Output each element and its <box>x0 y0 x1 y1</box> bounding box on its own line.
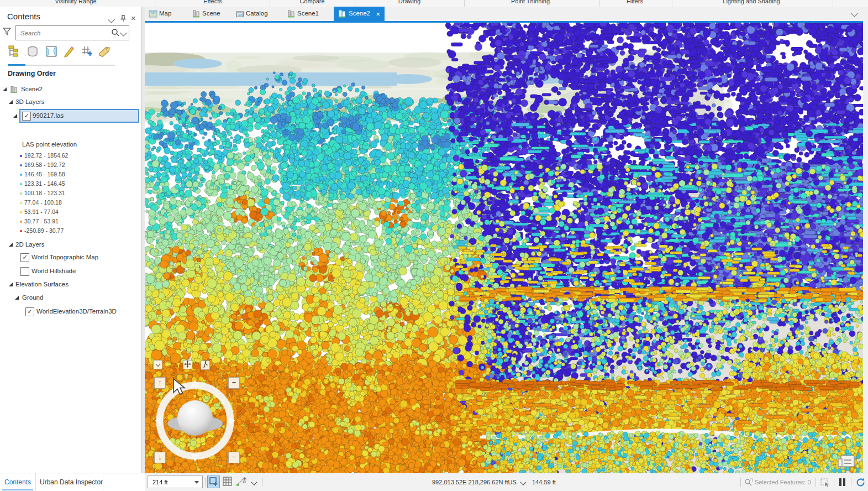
panel-close-icon[interactable]: × <box>131 14 140 23</box>
drawing-order-heading: Drawing Order <box>8 70 56 77</box>
tree-item-ground[interactable]: Ground <box>22 294 43 301</box>
navigator-ring[interactable] <box>152 378 238 464</box>
select-tool-icon[interactable] <box>820 478 829 489</box>
ground-expand-triangle[interactable] <box>15 296 19 300</box>
panel-tab-strip: Contents Urban Data Inspector <box>0 473 145 491</box>
caret-down-icon <box>194 481 199 484</box>
list-by-drawing-order-icon[interactable] <box>7 44 22 60</box>
list-by-snapping-icon[interactable] <box>80 44 95 60</box>
topo-layer-checkbox[interactable]: ✓ <box>20 253 29 262</box>
panel-tab-urban-data-inspector[interactable]: Urban Data Inspector <box>40 478 103 486</box>
tree-item-terrain3d[interactable]: WorldElevation3D/Terrain3D <box>36 308 117 315</box>
tree-item-scene2[interactable]: Scene2 <box>21 86 43 92</box>
snap-mode-button[interactable] <box>207 476 220 488</box>
ribbon-group-lighting: Lighting and Shading <box>723 0 780 4</box>
panel-menu-chevron-icon[interactable] <box>107 14 116 23</box>
search-options-chevron-icon[interactable] <box>120 29 127 36</box>
ribbon-group-effects: Effects <box>203 0 222 4</box>
divider <box>816 478 816 487</box>
las-layer-checkbox[interactable]: ✓ <box>22 112 31 121</box>
legend-swatch <box>20 202 22 204</box>
tab-scene-label: Scene <box>202 10 220 17</box>
divider <box>103 473 103 491</box>
navigator-collapse-chevron-icon[interactable] <box>153 360 162 369</box>
divider <box>740 478 741 487</box>
legend-label: -250.89 - 30.77 <box>24 227 64 234</box>
toolbar-underline-track <box>25 65 115 66</box>
list-by-editing-icon[interactable] <box>62 44 77 60</box>
contents-panel: Contents × <box>0 7 141 473</box>
panel-title: Contents <box>7 12 40 21</box>
scene-icon <box>287 9 296 18</box>
tab-catalog[interactable]: Catalog <box>234 7 274 21</box>
tab-scene[interactable]: Scene <box>191 7 226 21</box>
status-bar: 214 ft 992,013.52E 218,296.62N ftUS 144.… <box>145 473 868 491</box>
legend-swatch <box>20 192 22 195</box>
ribbon-divider <box>270 0 270 7</box>
ribbon-divider <box>355 0 355 7</box>
list-by-visibility-icon[interactable] <box>44 44 60 60</box>
legend-label: 146.45 - 169.58 <box>24 171 65 177</box>
legend-title: LAS point elevation <box>22 141 77 148</box>
scene2-expand-triangle[interactable] <box>3 87 7 91</box>
navigator-pan-icon[interactable] <box>183 360 192 369</box>
list-by-data-source-icon[interactable] <box>25 44 41 60</box>
map-scale-dropdown[interactable]: 214 ft <box>148 476 203 488</box>
list-by-labeling-icon[interactable] <box>97 44 113 60</box>
legend-swatch <box>20 221 22 223</box>
panel-tab-active-underline <box>2 489 33 490</box>
tree-item-las-layer[interactable]: 990217.las <box>33 112 64 119</box>
mouse-cursor <box>172 378 186 396</box>
legend-swatch <box>20 211 22 213</box>
ribbon-group-compare: Compare <box>299 0 324 4</box>
divider <box>834 478 834 487</box>
elevation-surfaces-expand-triangle[interactable] <box>9 283 13 286</box>
2d-layers-expand-triangle[interactable] <box>9 243 13 247</box>
legend-swatch <box>20 183 22 185</box>
tree-item-world-topographic-map[interactable]: World Topographic Map <box>31 254 98 260</box>
legend-label: 53.91 - 77.04 <box>24 208 59 215</box>
search-icon[interactable] <box>111 28 120 39</box>
terrain-layer-checkbox[interactable]: ✓ <box>25 307 34 316</box>
legend-label: 77.04 - 100.18 <box>24 199 62 206</box>
search-input[interactable] <box>19 27 110 39</box>
divider <box>205 478 206 487</box>
navigator-walk-icon[interactable] <box>201 361 210 370</box>
tab-scene2-label: Scene2 <box>349 10 370 17</box>
sketch-button[interactable] <box>235 476 250 488</box>
legend-label: 100.18 - 123.31 <box>24 190 65 196</box>
legend-label: 192.72 - 1854.62 <box>24 152 68 159</box>
scene-viewport-canvas[interactable] <box>145 23 863 473</box>
arcgis-pro-window: Visibility Range Effects Compare Drawing… <box>0 0 868 491</box>
3d-layers-expand-triangle[interactable] <box>9 100 13 104</box>
active-toolbar-underline <box>8 64 25 66</box>
tree-item-3d-layers[interactable]: 3D Layers <box>15 98 44 105</box>
tab-scene1[interactable]: Scene1 <box>286 7 321 21</box>
hillshade-layer-checkbox[interactable] <box>20 267 29 276</box>
tab-scene2-active[interactable]: Scene2 × <box>334 7 385 23</box>
grid-button[interactable] <box>222 476 234 488</box>
tab-map-label: Map <box>159 10 171 17</box>
divider <box>35 473 36 491</box>
tree-item-elevation-surfaces[interactable]: Elevation Surfaces <box>15 281 69 288</box>
sketch-options-chevron-icon[interactable] <box>251 479 257 485</box>
viewport-right-gutter <box>863 23 868 473</box>
cursor-coordinates: 992,013.52E 218,296.62N ftUS <box>432 479 516 485</box>
refresh-icon[interactable] <box>855 477 866 490</box>
las-layer-expand-triangle[interactable] <box>13 114 17 118</box>
legend-swatch <box>20 164 22 166</box>
tree-item-2d-layers[interactable]: 2D Layers <box>15 241 44 248</box>
pin-icon[interactable] <box>119 14 128 23</box>
tab-map[interactable]: Map <box>148 7 181 21</box>
filter-icon[interactable] <box>2 27 13 38</box>
search-box <box>15 25 129 40</box>
coordinates-chevron-icon[interactable] <box>520 479 526 485</box>
tree-item-world-hillshade[interactable]: World Hillshade <box>31 268 76 274</box>
legend-label: 169.58 - 192.72 <box>24 161 65 168</box>
scene-icon <box>338 9 346 18</box>
tabbar-overflow-chevron-icon[interactable] <box>851 10 858 17</box>
tab-close-icon[interactable]: × <box>376 10 380 18</box>
legend-swatch <box>20 230 22 232</box>
panel-tab-contents[interactable]: Contents <box>4 478 31 486</box>
divider <box>851 478 851 487</box>
